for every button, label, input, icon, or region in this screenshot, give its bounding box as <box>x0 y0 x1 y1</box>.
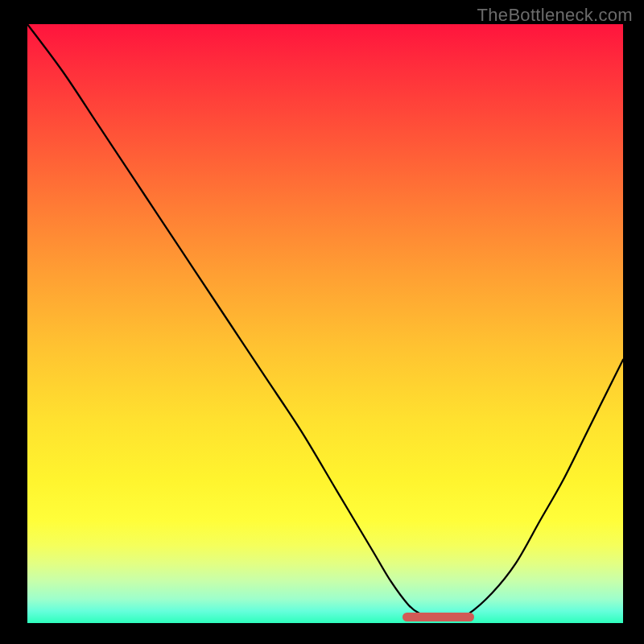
chart-frame: TheBottleneck.com <box>0 0 644 644</box>
bottleneck-curve <box>27 24 623 623</box>
plot-area <box>27 24 623 623</box>
optimal-range-marker <box>402 613 474 621</box>
plot-inner <box>27 24 623 623</box>
watermark-text: TheBottleneck.com <box>477 5 633 26</box>
